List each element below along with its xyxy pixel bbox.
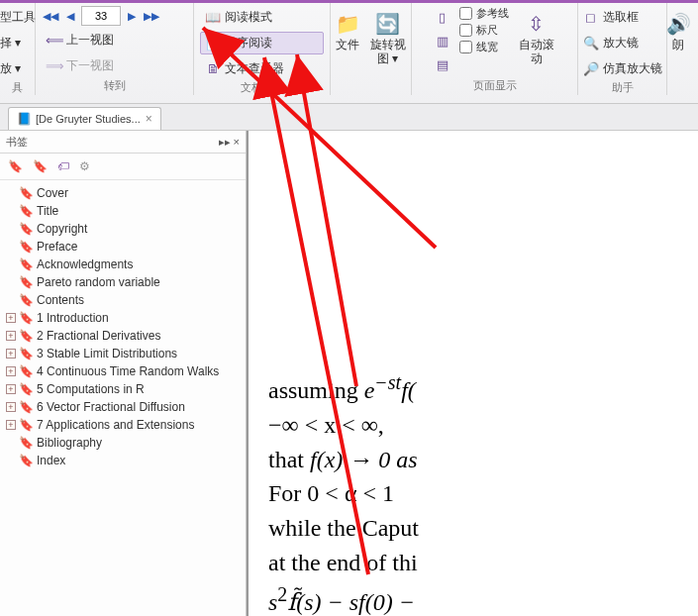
bookmark-node[interactable]: 🔖Contents xyxy=(2,291,244,309)
layout-cont-icon: ▥ xyxy=(435,33,450,49)
bookmarks-sidebar: 书签 ▸▸ × 🔖 🔖 🏷 ⚙ 🔖Cover🔖Title🔖Copyright🔖P… xyxy=(0,131,247,616)
layout-single-button[interactable]: ▯ xyxy=(430,6,455,28)
reverse-reading-button[interactable]: 📄逆序阅读 xyxy=(200,32,324,54)
ruler-checkbox[interactable]: 标尺 xyxy=(459,23,509,38)
layout-facing-icon: ▤ xyxy=(435,56,450,72)
bookmark-icon: 🔖 xyxy=(19,400,34,414)
next-view-button[interactable]: ⟹下一视图 xyxy=(42,54,187,77)
text-viewer-button[interactable]: 🗎文本查看器 xyxy=(200,57,324,80)
document-tab[interactable]: 📘 [De Gruyter Studies... × xyxy=(8,107,161,130)
bookmark-label: Cover xyxy=(37,186,68,200)
bookmark-tool-4[interactable]: ⚙ xyxy=(79,159,90,173)
group-label-display: 页面显示 xyxy=(473,78,517,93)
bookmark-icon: 🔖 xyxy=(19,257,34,271)
bookmark-icon: 🔖 xyxy=(19,240,34,254)
reader-button[interactable]: 🔊朗 xyxy=(654,6,698,57)
bookmark-label: Bibliography xyxy=(37,436,102,450)
group-label-goto: 转到 xyxy=(104,78,126,93)
bookmark-node[interactable]: 🔖Acknowledgments xyxy=(2,256,244,273)
document-tab-bar: 📘 [De Gruyter Studies... × xyxy=(0,104,698,131)
doc-icon: 📘 xyxy=(17,112,31,126)
bookmark-node[interactable]: +🔖3 Stable Limit Distributions xyxy=(2,345,244,362)
next-page-button[interactable]: ▶ xyxy=(123,7,141,25)
expand-toggle xyxy=(6,295,16,305)
bookmark-icon: 🔖 xyxy=(19,347,34,360)
docview-group: 📖阅读模式 📄逆序阅读 🗎文本查看器 文档视图 xyxy=(194,0,331,95)
bookmark-label: Title xyxy=(37,204,58,218)
bookmark-label: 7 Applications and Extensions xyxy=(37,418,194,432)
bookmarks-tree[interactable]: 🔖Cover🔖Title🔖Copyright🔖Preface🔖Acknowled… xyxy=(0,180,246,616)
page-icon: 📄 xyxy=(205,36,221,51)
bookmark-label: 4 Continuous Time Random Walks xyxy=(37,364,219,378)
rotate-view-button[interactable]: 🔄旋转视图 ▾ xyxy=(364,6,412,71)
rotate-icon: 🔄 xyxy=(375,11,401,37)
speaker-icon: 🔊 xyxy=(665,11,691,37)
autoscroll-button[interactable]: ⇳自动滚动 xyxy=(513,6,560,75)
bookmark-icon: 🔖 xyxy=(19,436,34,450)
bookmark-node[interactable]: +🔖7 Applications and Extensions xyxy=(2,416,244,434)
last-page-button[interactable]: ▶▶ xyxy=(143,7,160,25)
type-tool-button[interactable]: 型工具 xyxy=(0,6,41,29)
group-label-assist: 助手 xyxy=(612,80,634,95)
bookmark-node[interactable]: 🔖Bibliography xyxy=(2,434,244,452)
expand-toggle[interactable]: + xyxy=(6,366,16,376)
bookmark-label: Pareto random variable xyxy=(37,275,160,289)
zoom-dropdown[interactable]: 放 ▾ xyxy=(0,57,41,80)
tools-group: 型工具 择 ▾ 放 ▾ 具 xyxy=(0,0,36,95)
bookmark-node[interactable]: +🔖4 Continuous Time Random Walks xyxy=(2,362,244,380)
bookmark-label: 5 Computations in R xyxy=(37,382,145,396)
page-display-group: ▯ ▥ ▤ 参考线 标尺 线宽 ⇳自动滚动 页面显示 xyxy=(412,0,578,95)
document-viewport[interactable]: assuming e−stf( −∞ < x < ∞, that f(x) → … xyxy=(247,131,698,616)
expand-toggle[interactable]: + xyxy=(6,420,16,430)
bookmark-node[interactable]: +🔖5 Computations in R xyxy=(2,380,244,398)
sim-zoom-icon: 🔎 xyxy=(583,61,599,77)
reader-group: 🔊朗 xyxy=(667,0,689,95)
expand-toggle[interactable]: + xyxy=(6,313,16,323)
bookmark-icon: 🔖 xyxy=(19,293,34,307)
select-dropdown[interactable]: 择 ▾ xyxy=(0,32,41,54)
prev-view-button[interactable]: ⟸上一视图 xyxy=(42,29,187,51)
bookmark-tool-3[interactable]: 🏷 xyxy=(57,159,69,173)
bookmark-node[interactable]: +🔖1 Introduction xyxy=(2,309,244,327)
sidebar-header: 书签 ▸▸ × xyxy=(0,131,246,154)
expand-toggle[interactable]: + xyxy=(6,349,16,359)
expand-toggle[interactable]: + xyxy=(6,384,16,394)
bookmark-node[interactable]: +🔖6 Vector Fractional Diffusion xyxy=(2,398,244,416)
bookmark-tool-1[interactable]: 🔖 xyxy=(8,159,23,173)
bookmark-tool-2[interactable]: 🔖 xyxy=(33,159,48,173)
text-icon: 🗎 xyxy=(205,61,221,77)
layout-cont-button[interactable]: ▥ xyxy=(430,30,455,51)
expand-toggle[interactable]: + xyxy=(6,402,16,412)
goto-group: ◀◀ ◀ ▶ ▶▶ ⟸上一视图 ⟹下一视图 转到 xyxy=(36,0,194,95)
group-label-tools: 具 xyxy=(12,80,23,95)
bookmark-node[interactable]: +🔖2 Fractional Derivatives xyxy=(2,327,244,345)
linewidth-checkbox[interactable]: 线宽 xyxy=(459,40,509,54)
bookmark-node[interactable]: 🔖Pareto random variable xyxy=(2,273,244,291)
guides-checkbox[interactable]: 参考线 xyxy=(459,6,509,21)
bookmark-node[interactable]: 🔖Cover xyxy=(2,184,244,202)
reading-mode-button[interactable]: 📖阅读模式 xyxy=(200,6,324,29)
sidebar-pin-button[interactable]: ▸▸ × xyxy=(219,136,240,149)
bookmark-icon: 🔖 xyxy=(19,329,34,343)
expand-toggle[interactable]: + xyxy=(6,331,16,341)
close-tab-button[interactable]: × xyxy=(146,112,152,126)
marquee-button[interactable]: ◻选取框 xyxy=(578,6,667,29)
bookmark-label: Preface xyxy=(37,240,77,254)
bookmark-node[interactable]: 🔖Copyright xyxy=(2,220,244,238)
bookmark-icon: 🔖 xyxy=(19,186,34,200)
sidebar-toolbar: 🔖 🔖 🏷 ⚙ xyxy=(0,154,246,180)
bookmark-node[interactable]: 🔖Title xyxy=(2,202,244,220)
magnifier-button[interactable]: 🔍放大镜 xyxy=(578,32,667,54)
sim-magnifier-button[interactable]: 🔎仿真放大镜 xyxy=(578,57,667,80)
prev-page-button[interactable]: ◀ xyxy=(61,7,79,25)
bookmark-node[interactable]: 🔖Index xyxy=(2,452,244,469)
bookmark-icon: 🔖 xyxy=(19,382,34,396)
bookmark-node[interactable]: 🔖Preface xyxy=(2,238,244,256)
layout-facing-button[interactable]: ▤ xyxy=(430,53,455,75)
bookmark-icon: 🔖 xyxy=(19,454,34,467)
bookmark-label: Copyright xyxy=(37,222,87,236)
prev-view-icon: ⟸ xyxy=(47,33,62,49)
bookmark-icon: 🔖 xyxy=(19,418,34,432)
first-page-button[interactable]: ◀◀ xyxy=(42,7,59,25)
page-number-input[interactable] xyxy=(81,6,121,26)
